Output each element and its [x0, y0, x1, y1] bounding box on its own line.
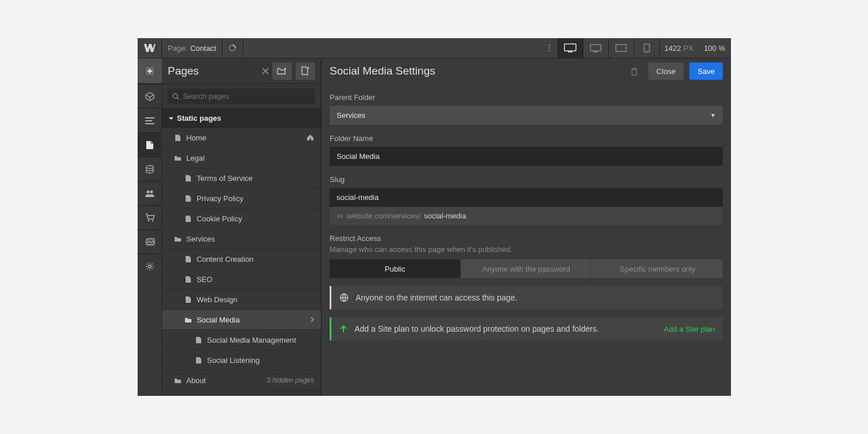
access-segmented-control: Public Anyone with the password Specific… — [330, 259, 723, 278]
static-pages-group[interactable]: Static pages — [162, 109, 321, 128]
page-label: Home — [186, 133, 302, 142]
page-smm[interactable]: Social Media Management — [162, 330, 321, 350]
page-content-creation[interactable]: Content Creation — [162, 249, 321, 269]
page-label: SEO — [197, 275, 314, 284]
page-icon — [184, 276, 192, 283]
close-panel-icon[interactable] — [262, 68, 269, 75]
settings-gear-icon[interactable] — [138, 254, 162, 278]
svg-point-1 — [549, 44, 551, 46]
close-button[interactable]: Close — [648, 62, 684, 80]
access-members[interactable]: Specific members only — [592, 259, 723, 278]
access-public[interactable]: Public — [330, 259, 460, 278]
search-pages-wrap — [162, 84, 321, 109]
search-pages-input[interactable] — [168, 88, 315, 104]
zoom-readout[interactable]: 100 % — [698, 44, 731, 53]
svg-rect-4 — [564, 44, 576, 51]
slug-label: Slug — [330, 175, 723, 184]
page-privacy[interactable]: Privacy Policy — [162, 188, 321, 209]
page-cookie[interactable]: Cookie Policy — [162, 209, 321, 229]
pages-panel-header: Pages — [162, 58, 321, 84]
symbols-icon[interactable] — [138, 84, 162, 108]
notice-text: Anyone on the internet can access this p… — [356, 293, 517, 302]
canvas-width-readout[interactable]: 1422 PX — [659, 38, 698, 58]
page-home[interactable]: Home — [162, 128, 321, 148]
device-mobile[interactable] — [634, 38, 659, 58]
slug-input[interactable] — [330, 188, 723, 207]
ecommerce-icon[interactable] — [138, 205, 162, 229]
canvas-width-value: 1422 — [664, 44, 681, 53]
folder-label: Legal — [186, 154, 314, 162]
assets-icon[interactable] — [138, 229, 162, 254]
chevron-right-icon — [311, 317, 314, 322]
folder-services[interactable]: Services — [162, 229, 321, 249]
page-label: Privacy Policy — [197, 194, 314, 203]
home-icon — [306, 134, 314, 141]
page-label: Terms of Service — [197, 174, 314, 183]
page-label: Social Media Management — [207, 336, 314, 344]
pages-tree: Static pages Home Legal Terms of Service — [162, 109, 321, 391]
pages-icon[interactable] — [138, 132, 162, 157]
static-pages-label: Static pages — [177, 114, 221, 123]
page-social-listening[interactable]: Social Listening — [162, 350, 321, 370]
svg-rect-7 — [593, 51, 598, 53]
svg-rect-15 — [145, 123, 154, 124]
pages-panel-title: Pages — [168, 65, 261, 77]
folder-legal[interactable]: Legal — [162, 148, 321, 168]
url-preview: website.com/services/social-media — [330, 207, 723, 225]
current-page-indicator[interactable]: Page: Contact — [162, 38, 223, 58]
px-label: PX — [684, 44, 693, 53]
page-seo[interactable]: SEO — [162, 269, 321, 290]
page-web-design[interactable]: Web Design — [162, 290, 321, 310]
parent-folder-select[interactable]: Services ▼ — [330, 106, 723, 125]
webflow-logo[interactable] — [138, 38, 162, 58]
cms-icon[interactable] — [138, 157, 162, 181]
folder-social-media[interactable]: Social Media — [162, 310, 321, 330]
svg-point-2 — [549, 47, 551, 49]
settings-panel: Social Media Settings Close Save Parent … — [322, 58, 731, 396]
access-password[interactable]: Anyone with the password — [460, 259, 592, 278]
delete-icon[interactable] — [626, 63, 642, 79]
save-button[interactable]: Save — [689, 62, 723, 80]
svg-point-23 — [149, 265, 152, 268]
left-rail — [138, 58, 162, 396]
page-name: Contact — [190, 44, 216, 53]
svg-rect-6 — [590, 44, 601, 51]
top-bar: Page: Contact 1422 PX — [138, 38, 731, 58]
page-icon — [184, 195, 192, 202]
folder-name-input[interactable] — [330, 147, 723, 166]
folder-icon — [173, 377, 182, 384]
settings-header: Social Media Settings Close Save — [330, 58, 723, 84]
parent-folder-label: Parent Folder — [330, 93, 723, 102]
folder-name-label: Folder Name — [330, 134, 723, 143]
users-icon[interactable] — [138, 181, 162, 205]
new-folder-button[interactable] — [272, 62, 292, 80]
page-label: Web Design — [197, 295, 314, 304]
page-icon — [194, 336, 202, 344]
site-plan-notice: Add a Site plan to unlock password prote… — [330, 317, 723, 340]
main-area: Pages Static page — [138, 58, 731, 396]
svg-point-19 — [147, 220, 149, 222]
device-breakpoints — [557, 38, 659, 58]
folder-about[interactable]: About 3 hidden pages — [162, 370, 321, 391]
restrict-access-sub: Manage who can access this page when it'… — [330, 245, 723, 254]
add-element-button[interactable] — [138, 58, 162, 84]
device-desktop[interactable] — [583, 38, 608, 58]
add-site-plan-link[interactable]: Add a Site plan — [664, 325, 715, 333]
page-icon — [173, 134, 182, 142]
parent-folder-value: Services — [337, 111, 365, 120]
more-menu-icon[interactable] — [541, 38, 557, 58]
device-tablet[interactable] — [608, 38, 634, 58]
preview-toggle[interactable] — [223, 38, 243, 58]
page-icon — [184, 215, 192, 222]
new-page-button[interactable] — [296, 62, 315, 80]
svg-rect-13 — [145, 117, 154, 118]
page-icon — [184, 255, 192, 263]
public-access-notice: Anyone on the internet can access this p… — [330, 286, 723, 309]
notice-text: Add a Site plan to unlock password prote… — [354, 324, 599, 333]
page-label: Cookie Policy — [197, 214, 314, 223]
navigator-icon[interactable] — [138, 108, 162, 132]
page-tos[interactable]: Terms of Service — [162, 168, 321, 188]
svg-point-3 — [549, 50, 551, 52]
link-icon — [337, 213, 343, 220]
device-desktop-large[interactable] — [557, 38, 583, 58]
